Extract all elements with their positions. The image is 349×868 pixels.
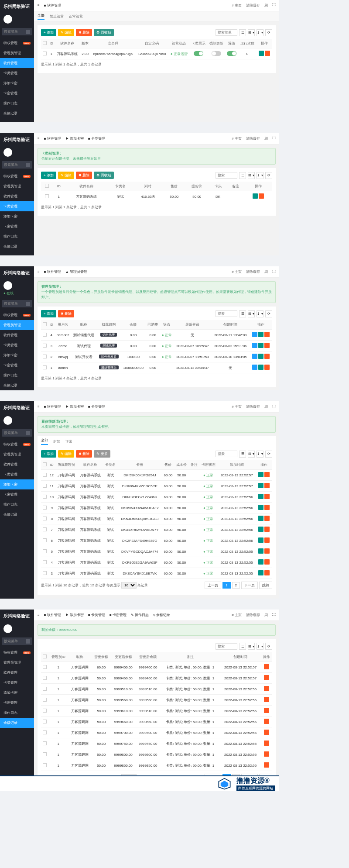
delete-icon[interactable] xyxy=(264,365,270,370)
sidebar-item-addcard[interactable]: 添加卡密 xyxy=(0,479,34,489)
delete-icon[interactable] xyxy=(264,354,270,359)
next-page[interactable]: 下一页 xyxy=(241,582,258,589)
sidebar-item-privilege[interactable]: 特权管理new xyxy=(0,310,34,320)
info-icon[interactable] xyxy=(252,365,257,370)
switch-roam[interactable] xyxy=(227,51,236,56)
export-icon[interactable]: ⤓ ▾ xyxy=(257,29,263,36)
sidebar-item-cardtype[interactable]: 卡类管理 xyxy=(0,68,34,78)
sidebar-item-cardmgr[interactable]: 卡密管理 xyxy=(0,88,34,98)
edit-button[interactable]: ✎ 编辑 xyxy=(58,172,74,179)
table-row[interactable]: 1刀客源码网50.009999510.009999510.00卡类: 测试; 单… xyxy=(41,684,272,695)
sidebar-item-balance[interactable]: 余额记录 xyxy=(0,241,34,251)
switch-display[interactable] xyxy=(194,51,203,56)
table-row[interactable]: 1刀客源码网50.009999660.009999660.00卡类: 测试; 单… xyxy=(41,716,272,727)
delete-icon[interactable] xyxy=(264,537,270,543)
switch-update[interactable] xyxy=(212,51,221,56)
table-row[interactable]: 3demo测试代理测试代理0.000.00● 正常2022-08-07 10:2… xyxy=(41,341,272,351)
info-icon[interactable] xyxy=(252,354,257,359)
delete-icon[interactable] xyxy=(264,332,270,337)
delete-icon[interactable] xyxy=(264,570,270,575)
pagesize-select[interactable]: 10 xyxy=(121,582,137,589)
breadcrumb[interactable]: ■ 卡类管理 xyxy=(88,136,105,141)
table-row[interactable]: 1刀客源码网50.009999560.009999560.00卡类: 测试; 单… xyxy=(41,695,272,706)
sidebar-item-admin[interactable]: 管理员管理 xyxy=(0,181,34,191)
tab-normal[interactable]: 正常运营 xyxy=(69,14,83,19)
page-1[interactable]: 1 xyxy=(222,582,230,589)
clear-cache[interactable]: 清除缓存 xyxy=(246,3,260,8)
tab-all[interactable]: 全部 xyxy=(38,13,44,20)
menu-toggle-icon[interactable]: ≡ xyxy=(38,137,40,141)
list-view-icon[interactable]: ☰ xyxy=(239,29,246,36)
table-row[interactable]: 1刀客源码网50.009999800.009999800.00卡类: 测试; 单… xyxy=(41,749,272,760)
info-icon[interactable] xyxy=(252,332,257,337)
delete-icon[interactable] xyxy=(264,686,269,691)
edit-icon[interactable] xyxy=(258,343,263,348)
sidebar-item-cardtype[interactable]: 卡类管理 xyxy=(0,201,34,211)
delete-icon[interactable] xyxy=(264,505,270,510)
search-input[interactable] xyxy=(216,29,237,36)
table-row[interactable]: 10刀客源码网刀客源码系统测试DKNJ7DFG712Y486K60.0050.0… xyxy=(41,492,272,503)
edit-button[interactable]: ✎ 编辑 xyxy=(58,29,74,36)
edit-icon[interactable] xyxy=(258,559,263,565)
delete-button[interactable]: ✖ 删除 xyxy=(76,172,92,179)
table-row[interactable]: 12刀客源码网刀客源码系统测试DKI59K06KJFG854J60.0050.0… xyxy=(41,470,272,481)
table-row[interactable]: 1刀客源码网50.009999750.009999750.00卡类: 测试; 单… xyxy=(41,738,272,749)
breadcrumb[interactable]: ▶ 添加卡密 xyxy=(65,136,84,141)
table-row[interactable]: 5刀客源码网刀客源码系统测试DKVFYGCDQACJA47460.0050.00… xyxy=(41,546,272,557)
menu-search[interactable]: 搜索菜单 xyxy=(2,28,32,35)
checkbox[interactable] xyxy=(43,52,47,55)
delete-icon[interactable] xyxy=(264,675,269,680)
table-row[interactable]: 9刀客源码网刀客源码系统测试DKD9W4X4N4WUEAF260.0050.00… xyxy=(41,503,272,513)
edit-icon[interactable] xyxy=(258,537,263,543)
avatar[interactable] xyxy=(3,148,12,157)
delete-icon[interactable] xyxy=(265,51,270,56)
sidebar-item-privilege[interactable]: 特权管理new xyxy=(0,171,34,181)
table-row[interactable]: 1刀客源码网50.009999610.009999610.00卡类: 测试; 单… xyxy=(41,706,272,716)
edit-icon[interactable] xyxy=(258,365,263,370)
edit-icon[interactable] xyxy=(258,516,263,521)
refresh-icon[interactable]: 刷 xyxy=(264,3,268,8)
edit-icon[interactable] xyxy=(258,354,263,359)
delete-icon[interactable] xyxy=(264,559,270,565)
sidebar-item-admin[interactable]: 管理员管理 xyxy=(0,48,34,58)
home-link[interactable]: # 主页 xyxy=(232,3,242,8)
delete-button[interactable]: ✖ 删除 xyxy=(58,310,74,317)
refresh-icon[interactable]: ⟳ xyxy=(265,29,272,36)
sidebar-item-cardmgr[interactable]: 卡密管理 xyxy=(0,221,34,231)
edit-icon[interactable] xyxy=(258,494,263,499)
delete-icon[interactable] xyxy=(264,730,269,735)
recycle-button[interactable]: ♻ 回收站 xyxy=(94,29,113,36)
delete-icon[interactable] xyxy=(264,343,270,348)
sidebar-item-admin[interactable]: 管理员管理 xyxy=(0,320,34,330)
delete-icon[interactable] xyxy=(264,741,269,746)
delete-icon[interactable] xyxy=(264,494,270,499)
sidebar-item-balance[interactable]: 余额记录 xyxy=(0,108,34,118)
breadcrumb[interactable]: ■ 软件管理 xyxy=(44,136,61,141)
add-button[interactable]: + 添加 xyxy=(41,310,56,317)
edit-icon[interactable] xyxy=(258,548,263,554)
table-row[interactable]: 6刀客源码网刀客源码系统测试DKZPJ2AFS49HS57O60.0050.00… xyxy=(41,535,272,546)
add-button[interactable]: + 添加 xyxy=(41,29,56,36)
sidebar-item-software[interactable]: 软件管理 xyxy=(0,191,34,201)
add-button[interactable]: + 添加 xyxy=(41,172,56,179)
sidebar-item-addcard[interactable]: 添加卡密 xyxy=(0,211,34,221)
edit-icon[interactable] xyxy=(258,483,263,488)
delete-icon[interactable] xyxy=(264,664,269,669)
sidebar-item-privilege[interactable]: 特权管理new xyxy=(0,38,34,48)
grid-view-icon[interactable]: ⊞ ▾ xyxy=(248,29,255,36)
edit-icon[interactable] xyxy=(259,51,264,56)
sidebar-item-addcard[interactable]: 添加卡密 xyxy=(0,78,34,88)
tab-banned[interactable]: 禁止运营 xyxy=(50,14,64,19)
table-row[interactable]: 1刀客源码网50.009999850.009999850.00卡类: 测试; 单… xyxy=(41,760,272,771)
checkbox-all[interactable] xyxy=(43,41,47,45)
table-row[interactable]: 4刀客源码网刀客源码系统测试DKR905E2GA9AA65F60.0050.00… xyxy=(41,557,272,568)
table-row[interactable]: 1刀客源码网50.009999460.009999460.00卡类: 测试; 单… xyxy=(41,673,272,684)
table-row[interactable]: 2idcwjq测试开发者软件开发者1000.000.00● 正常2022-08-… xyxy=(41,351,272,362)
info-icon[interactable] xyxy=(252,343,257,348)
page-2[interactable]: 2 xyxy=(232,582,240,589)
table-row[interactable]: 3刀客源码网刀客源码系统测试DKSCAYSKD18E7VK60.0050.00●… xyxy=(41,568,272,579)
delete-icon[interactable] xyxy=(264,527,270,532)
table-row[interactable]: 1admin超级管理员10000000.000.002022-08-13 22:… xyxy=(41,362,272,373)
sidebar-item-oplog[interactable]: 操作日志 xyxy=(0,231,34,241)
sidebar-item-balance[interactable]: 余额记录 xyxy=(0,718,34,728)
